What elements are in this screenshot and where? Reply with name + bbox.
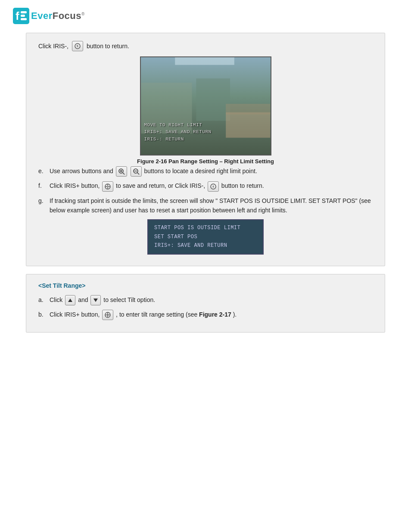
header: f EverFocus®	[0, 0, 411, 28]
item-b-text-after: , to enter tilt range setting (see	[116, 311, 197, 318]
item-f-text-middle: to save and return, or Click IRIS-,	[116, 182, 205, 189]
svg-rect-4	[21, 18, 27, 20]
main-content: Click IRIS-, button to return.	[0, 28, 411, 349]
logo-ever: Ever	[31, 10, 53, 21]
list-label-f: f.	[38, 181, 46, 190]
cam-osd-overlay: MOVE TO RIGHT LIMIT IRIS+: SAVE AND RETU…	[144, 121, 212, 143]
svg-line-12	[123, 173, 125, 174]
list-content-e: Use arrows buttons and	[50, 166, 373, 177]
intro-line: Click IRIS-, button to return.	[38, 41, 373, 51]
intro-text-after: button to return.	[87, 43, 129, 50]
iris-plus-icon-b[interactable]	[102, 310, 113, 320]
cam-osd-line-3: IRIS-: RETURN	[144, 136, 212, 143]
intro-text-before: Click IRIS-,	[38, 43, 68, 50]
item-a-text-end: to select Tilt option.	[103, 296, 155, 303]
pan-range-section: Click IRIS-, button to return.	[26, 33, 385, 266]
list-content-b: Click IRIS+ button, , to enter tilt rang…	[50, 310, 373, 320]
list-content-a: Click and	[50, 295, 373, 305]
cam-osd-line-1: MOVE TO RIGHT LIMIT	[144, 121, 212, 129]
iris-minus-icon-f[interactable]	[208, 181, 219, 192]
zoom-in-icon[interactable]	[116, 166, 127, 177]
iris-minus-icon[interactable]	[72, 41, 83, 51]
list-item-a: a. Click and	[38, 295, 373, 305]
svg-rect-9	[226, 112, 270, 138]
logo-reg: ®	[81, 12, 85, 16]
tilt-range-title: <Set Tilt Range>	[38, 282, 373, 289]
list-content-g: If tracking start point is outside the l…	[50, 196, 373, 215]
svg-rect-2	[21, 11, 27, 13]
item-f-text-before: Click IRIS+ button,	[50, 182, 100, 189]
item-b-bold-text: Figure 2-17	[199, 311, 231, 318]
logo-container: f EverFocus®	[13, 8, 398, 24]
list-label-b: b.	[38, 310, 46, 319]
tilt-range-section: <Set Tilt Range> a. Click and	[26, 274, 385, 333]
camera-screenshot: MOVE TO RIGHT LIMIT IRIS+: SAVE AND RETU…	[140, 56, 271, 156]
list-label-a: a.	[38, 295, 46, 305]
cam-osd-line-2: IRIS+: SAVE AND RETURN	[144, 128, 212, 136]
item-a-text-and: and	[78, 296, 88, 303]
osd-screen: START POS IS OUTSIDE LIMIT SET START POS…	[147, 219, 264, 254]
logo-focus: Focus	[53, 10, 81, 21]
zoom-out-icon[interactable]	[131, 166, 142, 177]
item-e-text-after: buttons to locate a desired right limit …	[144, 168, 257, 174]
osd-line-1: START POS IS OUTSIDE LIMIT	[154, 224, 257, 232]
item-e-text-before: Use arrows buttons and	[50, 168, 113, 174]
list-label-g: g.	[38, 196, 46, 205]
list-item-g: g. If tracking start point is outside th…	[38, 196, 373, 215]
arrow-up-icon[interactable]	[65, 295, 75, 305]
iris-plus-icon-f[interactable]	[102, 181, 113, 192]
item-f-text-after: button to return.	[221, 182, 264, 189]
svg-rect-10	[226, 104, 270, 115]
logo-wordmark: EverFocus®	[31, 10, 85, 22]
osd-line-3: IRIS+: SAVE AND RETURN	[154, 241, 257, 250]
list-item-f: f. Click IRIS+ button, to save and retur…	[38, 181, 373, 191]
osd-line-2: SET START POS	[154, 233, 257, 241]
osd-screen-box: START POS IS OUTSIDE LIMIT SET START POS…	[38, 219, 373, 254]
item-a-text-before: Click	[50, 296, 62, 303]
arrow-down-icon[interactable]	[90, 295, 101, 305]
svg-rect-6	[175, 57, 234, 65]
item-g-text: If tracking start point is outside the l…	[50, 197, 371, 214]
list-label-e: e.	[38, 166, 46, 176]
camera-screenshot-wrap: MOVE TO RIGHT LIMIT IRIS+: SAVE AND RETU…	[38, 56, 373, 156]
svg-rect-3	[21, 15, 25, 17]
everfocus-logo-icon: f	[13, 8, 29, 24]
item-b-text-end: ).	[233, 311, 237, 318]
svg-line-16	[137, 173, 139, 174]
svg-rect-8	[196, 78, 230, 121]
item-b-text-before: Click IRIS+ button,	[50, 311, 100, 318]
figure-caption-2-16: Figure 2-16 Pan Range Setting – Right Li…	[38, 158, 373, 165]
svg-text:f: f	[16, 9, 19, 22]
list-content-f: Click IRIS+ button, to save and return, …	[50, 181, 373, 191]
page: f EverFocus® Click IRIS-,	[0, 0, 411, 532]
list-item-e: e. Use arrows buttons and	[38, 166, 373, 177]
list-item-b: b. Click IRIS+ button, , to enter tilt r…	[38, 310, 373, 320]
